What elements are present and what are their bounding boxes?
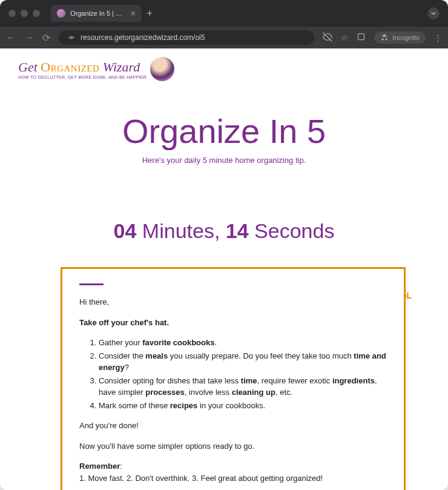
reload-button[interactable]: ⟳ xyxy=(42,32,50,44)
incognito-badge: Incognito xyxy=(374,31,426,44)
tab-overflow-button[interactable] xyxy=(427,7,440,19)
tip-remember: Remember:1. Move fast. 2. Don't overthin… xyxy=(79,460,387,484)
chevron-down-icon xyxy=(429,9,438,18)
minimize-window-button[interactable] xyxy=(21,10,28,17)
tip-step: Mark some of these recipes in your cookb… xyxy=(99,400,387,412)
tip-step: Gather your favorite cookbooks. xyxy=(99,337,387,349)
tip-headline: Take off your chef's hat. xyxy=(79,318,169,327)
menu-button[interactable]: ⋮ xyxy=(434,33,442,42)
forward-button[interactable]: → xyxy=(24,32,34,43)
browser-window: Organize In 5 | Your daily org... × + ← … xyxy=(0,0,448,490)
tip-step: Consider the meals you usually prepare. … xyxy=(99,350,387,374)
site-logo[interactable]: Get Organized Wizard HOW TO DECLUTTER, G… xyxy=(18,57,174,81)
logo-word-wizard: Wizard xyxy=(103,59,140,74)
tip-greeting: Hi there, xyxy=(79,296,387,308)
tip-card: Hi there, Take off your chef's hat. Gath… xyxy=(61,267,406,490)
back-button[interactable]: ← xyxy=(6,32,16,43)
extensions-button[interactable] xyxy=(357,32,366,43)
page-viewport: Get Organized Wizard HOW TO DECLUTTER, G… xyxy=(0,48,448,490)
traffic-lights xyxy=(8,10,40,17)
url-bar[interactable]: resources.getorganizedwizard.com/oi5 xyxy=(59,30,314,45)
tip-step: Consider opting for dishes that take les… xyxy=(99,375,387,399)
logo-avatar-icon xyxy=(150,57,174,81)
maximize-window-button[interactable] xyxy=(33,10,40,17)
favicon-icon xyxy=(57,9,65,18)
tip-steps-list: Gather your favorite cookbooks.Consider … xyxy=(99,337,387,411)
toolbar-actions: ☆ Incognito ⋮ xyxy=(323,31,442,44)
page-title: Organize In 5 xyxy=(18,111,430,151)
svg-point-0 xyxy=(70,36,73,39)
incognito-label: Incognito xyxy=(392,34,420,41)
eye-off-icon[interactable] xyxy=(323,32,332,44)
tab-bar: Organize In 5 | Your daily org... × + xyxy=(51,5,440,22)
url-text: resources.getorganizedwizard.com/oi5 xyxy=(81,33,205,42)
tip-outro: Now you'll have some simpler options rea… xyxy=(79,440,387,452)
new-tab-button[interactable]: + xyxy=(147,7,153,20)
incognito-icon xyxy=(380,33,389,42)
site-info-icon[interactable] xyxy=(67,33,76,42)
timer-seconds: 14 xyxy=(226,219,249,242)
logo-tagline: HOW TO DECLUTTER, GET MORE DONE, AND BE … xyxy=(18,75,147,79)
close-window-button[interactable] xyxy=(8,10,16,17)
browser-toolbar: ← → ⟳ resources.getorganizedwizard.com/o… xyxy=(0,27,448,48)
timer-seconds-label: Seconds xyxy=(249,219,335,242)
accent-divider xyxy=(79,283,104,285)
window-titlebar: Organize In 5 | Your daily org... × + xyxy=(0,0,448,27)
logo-word-get: Get xyxy=(18,59,38,74)
site-header: Get Organized Wizard HOW TO DECLUTTER, G… xyxy=(0,48,448,81)
tab-title: Organize In 5 | Your daily org... xyxy=(70,10,124,17)
page-subtitle: Here's your daily 5 minute home organizi… xyxy=(18,156,430,165)
tip-done: And you're done! xyxy=(79,420,387,432)
browser-tab[interactable]: Organize In 5 | Your daily org... × xyxy=(51,5,142,22)
timer-minutes-label: Minutes, xyxy=(136,219,225,242)
countdown-timer: 04 Minutes, 14 Seconds xyxy=(0,177,448,261)
hero-section: Organize In 5 Here's your daily 5 minute… xyxy=(0,81,448,177)
tab-close-button[interactable]: × xyxy=(131,8,136,18)
timer-minutes: 04 xyxy=(114,219,137,242)
svg-rect-4 xyxy=(358,34,364,40)
bookmark-button[interactable]: ☆ xyxy=(341,33,348,42)
logo-word-organized: Organized xyxy=(41,59,99,74)
